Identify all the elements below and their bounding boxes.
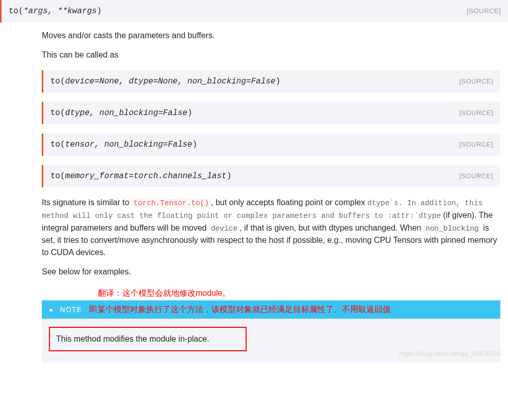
overload-signature: to(dtype, non_blocking=False) [SOURCE] [42, 102, 500, 124]
signature-text: to(dtype, non_blocking=False) [50, 107, 192, 119]
signature-text: to(memory_format=torch.channels_last) [50, 170, 231, 182]
source-link[interactable]: [SOURCE] [459, 108, 493, 118]
signature-text: to(device=None, dtype=None, non_blocking… [50, 75, 280, 88]
source-link[interactable]: [SOURCE] [459, 139, 493, 150]
source-link[interactable]: [SOURCE] [467, 6, 501, 16]
source-link[interactable]: [SOURCE] [459, 171, 493, 181]
note-body: This method modifies the module in-place… [42, 319, 500, 362]
signature-text: to(tensor, non_blocking=False) [50, 138, 197, 151]
code-ref[interactable]: torch.Tensor.to() [131, 199, 211, 208]
desc-p4: See below for examples. [42, 266, 500, 278]
desc-p2: This can be called as [42, 49, 500, 61]
desc-p1: Moves and/or casts the parameters and bu… [42, 30, 500, 42]
note-title: NOTE [60, 304, 82, 315]
note-header: ● NOTE 即某个模型对象执行了这个方法，该模型对象就已经满足目标属性了。不用… [42, 300, 500, 319]
overload-signature: to(memory_format=torch.channels_last) [S… [42, 165, 500, 187]
bullet-icon: ● [49, 305, 53, 315]
code-literal: non_blocking [423, 224, 480, 233]
source-link[interactable]: [SOURCE] [459, 76, 493, 87]
top-signature: to(*args, **kwargs) [SOURCE] [0, 0, 508, 22]
code-literal: device [209, 224, 239, 233]
note-block: ● NOTE 即某个模型对象执行了这个方法，该模型对象就已经满足目标属性了。不用… [42, 300, 500, 362]
annotation-translation: 翻译：这个模型会就地修改module。 [98, 287, 500, 299]
desc-p3: Its signature is similar to torch.Tensor… [42, 197, 500, 259]
overload-signature: to(device=None, dtype=None, non_blocking… [42, 70, 500, 93]
signature-text: to(*args, **kwargs) [9, 5, 101, 17]
note-text-boxed: This method modifies the module in-place… [49, 327, 247, 351]
annotation-translation-2: 即某个模型对象执行了这个方法，该模型对象就已经满足目标属性了。不用取返回值 [89, 303, 391, 316]
overload-signature: to(tensor, non_blocking=False) [SOURCE] [42, 133, 500, 156]
